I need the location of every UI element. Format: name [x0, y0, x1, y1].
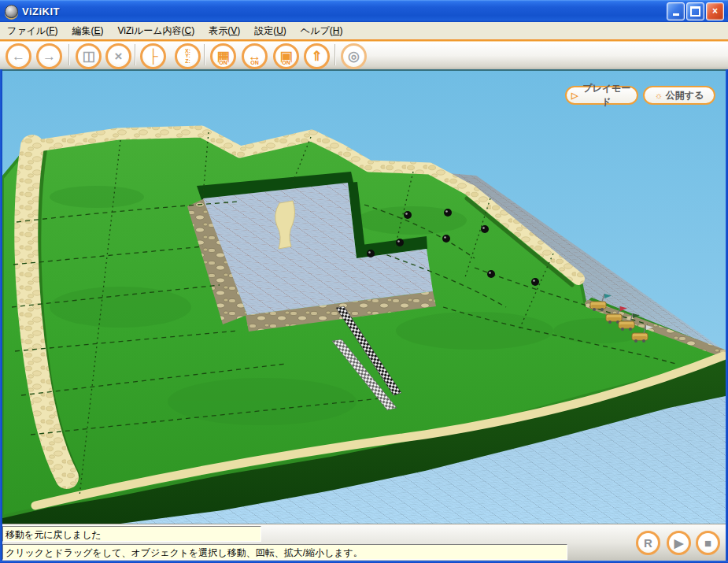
grid-toggle-button[interactable]: ▦ON	[210, 43, 236, 69]
window-controls: ×	[667, 2, 728, 20]
minimize-button[interactable]	[667, 2, 685, 20]
blocks-icon: ◫	[82, 48, 94, 65]
menu-help[interactable]: ヘルプ(H)	[294, 23, 350, 39]
play-mode-button[interactable]: ▷ プレイモード	[565, 86, 638, 105]
maximize-button[interactable]	[686, 2, 704, 20]
back-icon: ←	[12, 49, 25, 65]
forward-icon: →	[42, 49, 56, 65]
window-title: ViZiKIT	[22, 6, 60, 17]
toolbar-separator	[204, 44, 205, 65]
play-icon: ▶	[674, 536, 684, 550]
box-up-icon: ⇑	[311, 48, 322, 65]
stop-icon: ■	[704, 536, 711, 550]
menu-room-contents[interactable]: ViZiルーム内容(C)	[110, 23, 201, 39]
snap-toggle-button[interactable]: ↔ON	[242, 43, 268, 69]
close-button[interactable]: ×	[706, 2, 724, 20]
toolbar: ← → ◫ × ├ X: Y: Z: ▦ON ↔ON ▣ON ⇑ ◎ ▷ プレイ…	[0, 39, 728, 69]
publish-button[interactable]: ☼ 公開する	[643, 86, 715, 105]
snap-on-badge: ON	[249, 60, 260, 66]
publish-label: 公開する	[666, 89, 704, 102]
blocks-button[interactable]: ◫	[76, 43, 102, 69]
delete-button[interactable]: ×	[105, 43, 131, 69]
toolbar-separator	[135, 44, 135, 65]
title-bar[interactable]: ViZiKIT ×	[0, 0, 728, 22]
scene-canvas	[2, 71, 726, 524]
menu-view[interactable]: 表示(V)	[201, 23, 247, 39]
box-on-badge: ON	[281, 60, 291, 66]
forward-button[interactable]: →	[36, 43, 62, 69]
window-border-left	[0, 22, 2, 563]
xyz-icon: X: Y: Z:	[185, 49, 190, 65]
play-mode-icon: ▷	[571, 91, 578, 101]
coordinates-button[interactable]: X: Y: Z:	[175, 43, 201, 69]
menu-bar: ファイル(F) 編集(E) ViZiルーム内容(C) 表示(V) 設定(U) ヘ…	[0, 22, 728, 40]
minimize-icon	[673, 13, 679, 16]
camera-icon: ◎	[348, 48, 360, 65]
stop-button[interactable]: ■	[696, 531, 720, 555]
maximize-icon	[690, 6, 700, 17]
toolbar-separator	[334, 44, 335, 65]
reset-icon: R	[644, 536, 652, 550]
box-toggle-button[interactable]: ▣ON	[273, 43, 299, 69]
3d-viewport[interactable]	[2, 69, 726, 525]
app-icon	[5, 5, 18, 18]
hierarchy-button[interactable]: ├	[140, 43, 166, 69]
reset-button[interactable]: R	[636, 531, 660, 555]
menu-file[interactable]: ファイル(F)	[0, 23, 65, 39]
menu-edit[interactable]: 編集(E)	[65, 23, 110, 39]
play-button[interactable]: ▶	[667, 531, 691, 555]
camera-button[interactable]: ◎	[341, 43, 367, 69]
box-export-button[interactable]: ⇑	[304, 43, 330, 69]
status-footer: 移動を元に戻しました クリックとドラッグをして、オブジェクトを選択し移動、回転、…	[2, 524, 726, 561]
app-window: ViZiKIT × ファイル(F) 編集(E) ViZiルーム内容(C) 表示(…	[0, 0, 728, 563]
status-hint: クリックとドラッグをして、オブジェクトを選択し移動、回転、拡大/縮小します。	[2, 544, 567, 560]
publish-icon: ☼	[655, 91, 663, 100]
delete-icon: ×	[115, 49, 123, 65]
status-message: 移動を元に戻しました	[2, 526, 261, 542]
play-mode-label: プレイモード	[581, 82, 632, 109]
back-button[interactable]: ←	[6, 43, 31, 69]
toolbar-separator	[68, 44, 69, 65]
menu-settings[interactable]: 設定(U)	[247, 23, 294, 39]
hierarchy-icon: ├	[148, 49, 157, 65]
grid-on-badge: ON	[218, 60, 228, 66]
